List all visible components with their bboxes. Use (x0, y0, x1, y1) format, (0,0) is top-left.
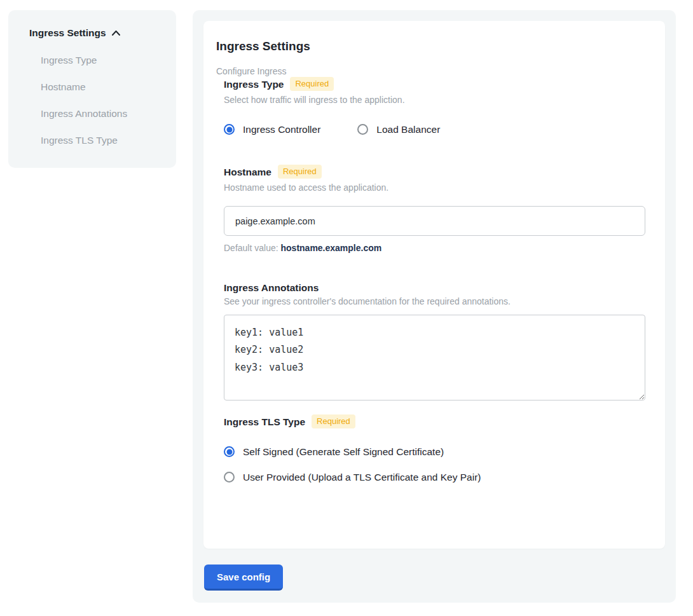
radio-label: Ingress Controller (243, 123, 320, 135)
chevron-up-icon (111, 29, 121, 37)
settings-sidebar: Ingress Settings Ingress Type Hostname I… (8, 10, 176, 168)
section-hostname: Hostname Required Hostname used to acces… (224, 165, 645, 254)
ingress-settings-card: Ingress Settings Configure Ingress Ingre… (203, 21, 665, 549)
annotations-description: See your ingress controller's documentat… (224, 296, 645, 307)
tls-type-heading: Ingress TLS Type Required (224, 414, 645, 428)
required-badge: Required (278, 165, 322, 179)
required-badge: Required (290, 77, 334, 91)
sidebar-group-label: Ingress Settings (29, 27, 106, 39)
hostname-input[interactable] (224, 206, 645, 236)
radio-ingress-controller[interactable]: Ingress Controller (224, 123, 320, 135)
sidebar-item-list: Ingress Type Hostname Ingress Annotation… (41, 55, 163, 146)
ingress-type-radio-group: Ingress Controller Load Balancer (224, 123, 645, 135)
radio-button-icon[interactable] (357, 124, 368, 135)
sidebar-item-ingress-type[interactable]: Ingress Type (41, 55, 163, 65)
radio-button-icon[interactable] (224, 124, 235, 135)
ingress-type-heading: Ingress Type Required (224, 77, 645, 91)
annotations-label: Ingress Annotations (224, 282, 319, 294)
default-value-prefix: Default value: (224, 243, 278, 253)
sidebar-item-ingress-annotations[interactable]: Ingress Annotations (41, 109, 163, 119)
hostname-description: Hostname used to access the application. (224, 182, 645, 193)
hostname-default-line: Default value: hostname.example.com (224, 243, 645, 254)
section-ingress-tls-type: Ingress TLS Type Required Self Signed (G… (224, 414, 645, 483)
sidebar-item-ingress-tls-type[interactable]: Ingress TLS Type (41, 135, 163, 146)
page-title: Ingress Settings (216, 39, 645, 53)
radio-label: Self Signed (Generate Self Signed Certif… (243, 446, 444, 458)
section-ingress-annotations: Ingress Annotations See your ingress con… (224, 282, 645, 400)
ingress-type-label: Ingress Type (224, 78, 284, 90)
radio-load-balancer[interactable]: Load Balancer (357, 123, 440, 135)
radio-user-provided[interactable]: User Provided (Upload a TLS Certificate … (224, 471, 645, 483)
hostname-label: Hostname (224, 166, 271, 178)
ingress-type-description: Select how traffic will ingress to the a… (224, 95, 645, 106)
tls-type-label: Ingress TLS Type (224, 416, 305, 428)
default-value-text: hostname.example.com (281, 243, 382, 253)
radio-label: Load Balancer (376, 123, 440, 135)
sidebar-item-hostname[interactable]: Hostname (41, 82, 163, 92)
page-subtitle: Configure Ingress (216, 66, 645, 77)
section-ingress-type: Ingress Type Required Select how traffic… (224, 77, 645, 135)
sidebar-group-ingress-settings[interactable]: Ingress Settings (29, 27, 163, 39)
hostname-heading: Hostname Required (224, 165, 645, 179)
save-config-button[interactable]: Save config (204, 565, 283, 591)
annotations-heading: Ingress Annotations (224, 282, 645, 294)
annotations-textarea[interactable]: key1: value1 key2: value2 key3: value3 (224, 315, 645, 400)
main-panel: Ingress Settings Configure Ingress Ingre… (193, 10, 676, 603)
tls-type-radio-group: Self Signed (Generate Self Signed Certif… (224, 446, 645, 483)
radio-button-icon[interactable] (224, 446, 235, 457)
radio-button-icon[interactable] (224, 472, 235, 483)
radio-label: User Provided (Upload a TLS Certificate … (243, 471, 481, 483)
required-badge: Required (312, 414, 355, 428)
radio-self-signed[interactable]: Self Signed (Generate Self Signed Certif… (224, 446, 645, 458)
